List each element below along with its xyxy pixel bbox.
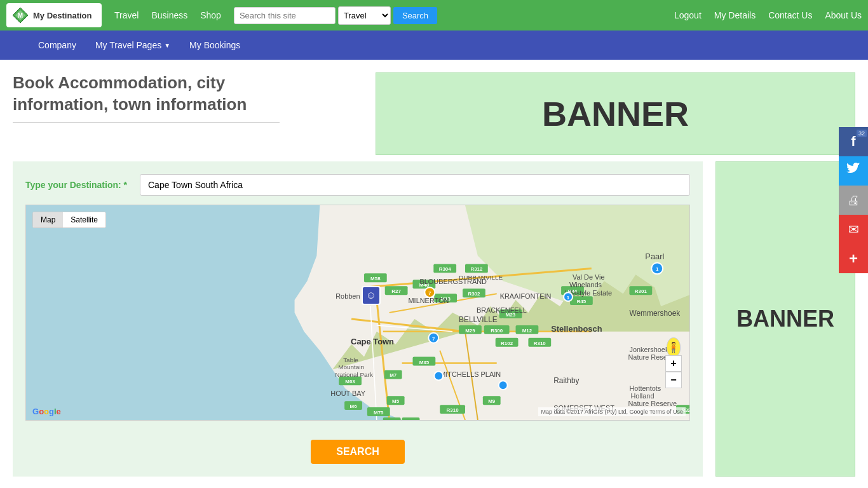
svg-text:R310: R310 — [534, 341, 546, 346]
svg-text:Nature Reserve: Nature Reserve — [628, 400, 677, 407]
svg-text:Paarl: Paarl — [645, 252, 664, 261]
destination-label: Type your Destination: * — [25, 180, 127, 190]
nav-business[interactable]: Business — [151, 10, 187, 20]
svg-text:Mountain: Mountain — [338, 363, 364, 370]
content-area: Type your Destination: * — [0, 161, 868, 488]
svg-text:R302: R302 — [468, 291, 480, 297]
svg-text:National Park: National Park — [335, 371, 373, 378]
svg-point-98 — [434, 371, 443, 380]
left-map-area: Type your Destination: * — [13, 161, 703, 477]
svg-text:M9: M9 — [488, 398, 496, 404]
svg-text:7: 7 — [428, 290, 431, 296]
my-travel-pages-dropdown[interactable]: My Travel Pages ▼ — [95, 40, 170, 50]
main-nav-links: Travel Business Shop — [114, 10, 221, 20]
nav-company[interactable]: Company — [38, 40, 76, 50]
plus-icon: + — [849, 250, 858, 268]
mail-button[interactable]: ✉ — [839, 215, 868, 244]
logo-text: My Destination — [33, 11, 92, 20]
map-marker: ☺ — [362, 286, 381, 305]
social-buttons: f 32 🖨 ✉ + — [839, 127, 868, 273]
right-nav-links: Logout My Details Contact Us About Us — [674, 10, 862, 20]
svg-text:MITCHELLS PLAIN: MITCHELLS PLAIN — [440, 370, 501, 378]
logo-icon: M — [11, 6, 29, 24]
satellite-view-button[interactable]: Satellite — [63, 212, 105, 227]
nav-my-bookings[interactable]: My Bookings — [189, 40, 240, 50]
svg-text:R310: R310 — [447, 407, 459, 413]
facebook-count: 32 — [857, 130, 867, 137]
twitter-button[interactable] — [839, 156, 868, 186]
title-divider — [13, 122, 280, 123]
svg-text:M: M — [18, 12, 23, 19]
pegman-icon[interactable]: 🧍 — [667, 337, 681, 356]
search-area: Travel Business Shop Search — [234, 6, 437, 25]
svg-text:BRACKENFELL: BRACKENFELL — [477, 306, 527, 314]
svg-text:M12: M12 — [522, 328, 532, 334]
svg-text:KRAAIFONTEIN: KRAAIFONTEIN — [500, 292, 552, 300]
svg-text:R300: R300 — [491, 328, 503, 334]
svg-text:M29: M29 — [465, 328, 475, 334]
nav-about-us[interactable]: About Us — [825, 10, 862, 20]
chevron-down-icon: ▼ — [164, 42, 170, 49]
header-area: Book Accommodation, city information, to… — [0, 60, 868, 161]
logo[interactable]: M My Destination — [6, 3, 102, 27]
search-category-select[interactable]: Travel Business Shop — [338, 6, 391, 25]
right-banner: BANNER — [715, 161, 855, 477]
mail-icon: ✉ — [848, 222, 859, 237]
svg-text:Jonkershoek: Jonkershoek — [629, 346, 668, 353]
nav-shop[interactable]: Shop — [200, 10, 221, 20]
svg-text:R304: R304 — [439, 266, 452, 272]
svg-text:M75: M75 — [374, 410, 384, 416]
svg-text:Winelands: Winelands — [569, 281, 602, 288]
left-section: Book Accommodation, city information, to… — [13, 72, 363, 128]
svg-text:Wemmershoek: Wemmershoek — [629, 309, 680, 318]
search-destination-button[interactable]: SEARCH — [311, 440, 405, 464]
svg-text:R312: R312 — [470, 266, 483, 272]
page-title: Book Accommodation, city information, to… — [13, 72, 280, 116]
zoom-out-button[interactable]: − — [665, 372, 682, 388]
nav-contact-us[interactable]: Contact Us — [768, 10, 812, 20]
map-container: M58 R304 R312 R27 M48 M13 R302 R44 — [25, 205, 690, 421]
map-view-button[interactable]: Map — [33, 212, 63, 227]
svg-text:M63: M63 — [345, 379, 355, 384]
svg-text:Holland: Holland — [630, 392, 654, 400]
destination-section: Type your Destination: * — [13, 161, 703, 477]
svg-text:1: 1 — [656, 266, 659, 272]
svg-text:DURBANVILLE: DURBANVILLE — [459, 274, 503, 281]
nav-my-details[interactable]: My Details — [714, 10, 756, 20]
banner-top-text: BANNER — [542, 94, 689, 133]
print-button[interactable]: 🖨 — [839, 186, 868, 215]
search-input[interactable] — [234, 7, 336, 24]
destination-input[interactable] — [140, 174, 690, 196]
svg-text:M7: M7 — [390, 372, 397, 378]
svg-text:Stellenbosch: Stellenbosch — [551, 324, 602, 334]
svg-text:R45: R45 — [577, 299, 587, 304]
svg-text:7: 7 — [432, 336, 435, 342]
svg-text:R102: R102 — [501, 341, 513, 346]
svg-text:HOUT BAY: HOUT BAY — [330, 390, 366, 397]
svg-point-99 — [499, 381, 508, 390]
svg-text:R27: R27 — [391, 288, 401, 294]
svg-text:Hottentots: Hottentots — [629, 384, 661, 392]
twitter-icon — [846, 163, 860, 180]
plus-button[interactable]: + — [839, 244, 868, 273]
svg-text:1: 1 — [567, 295, 570, 301]
svg-text:R301: R301 — [635, 288, 648, 294]
svg-text:Table: Table — [343, 356, 358, 363]
google-logo: Google — [32, 407, 61, 416]
map-svg: M58 R304 R312 R27 M48 M13 R302 R44 — [26, 205, 689, 420]
map-attribution: Map data ©2017 AfriGIS (Pty) Ltd, Google… — [538, 407, 686, 416]
banner-top: BANNER — [376, 72, 855, 155]
svg-text:M58: M58 — [370, 276, 381, 281]
svg-text:Raithby: Raithby — [553, 376, 579, 385]
nav-my-travel-pages[interactable]: My Travel Pages — [95, 40, 161, 50]
secondary-navigation: Company My Travel Pages ▼ My Bookings — [0, 30, 868, 60]
top-navigation: M My Destination Travel Business Shop Tr… — [0, 0, 868, 30]
facebook-button[interactable]: f 32 — [839, 127, 868, 156]
location-marker-icon: ☺ — [362, 286, 381, 305]
search-button[interactable]: Search — [393, 7, 437, 24]
nav-logout[interactable]: Logout — [674, 10, 702, 20]
nav-travel[interactable]: Travel — [114, 10, 139, 20]
svg-text:Cape Town: Cape Town — [351, 337, 394, 346]
zoom-in-button[interactable]: + — [665, 355, 682, 372]
svg-text:M35: M35 — [419, 360, 430, 365]
